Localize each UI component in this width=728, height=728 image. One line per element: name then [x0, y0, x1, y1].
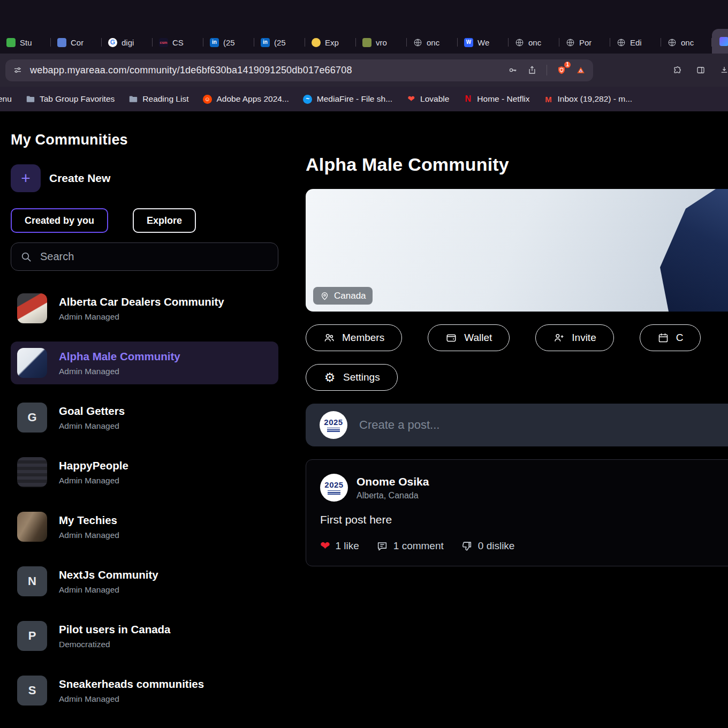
bookmark-item[interactable]: Reading List	[128, 94, 188, 104]
browser-tab[interactable]: vro	[356, 31, 407, 54]
share-icon[interactable]	[527, 65, 537, 75]
browser-tab[interactable]: in(25	[254, 31, 305, 54]
search-input[interactable]	[40, 251, 269, 263]
community-list-item[interactable]: Alpha Male CommunityAdmin Managed	[11, 342, 278, 384]
browser-chrome: StuCorGdigicsmCSin(25in(25ExpvrooncWWeon…	[0, 0, 728, 111]
settings-button[interactable]: ⚙ Settings	[306, 364, 398, 391]
community-managed-label: Admin Managed	[59, 585, 158, 595]
post-composer[interactable]: 2025	[306, 404, 728, 446]
search-icon	[20, 251, 33, 263]
community-list-item[interactable]: NNextJs CommunityAdmin Managed	[11, 560, 278, 603]
studocu-icon	[6, 38, 16, 47]
community-list-item[interactable]: PPilot users in CanadaDemocratized	[11, 615, 278, 657]
community-avatar: N	[17, 566, 47, 596]
like-count: 1 like	[335, 540, 359, 552]
bookmark-label: MediaFire - File sh...	[317, 94, 392, 104]
tab-label: Cor	[71, 38, 84, 47]
community-name: NextJs Community	[59, 568, 158, 581]
bookmark-item[interactable]: MInbox (19,282) - m...	[544, 94, 633, 104]
folder-icon	[26, 94, 35, 104]
browser-tab[interactable]: WWe	[458, 31, 509, 54]
brave-rewards-icon[interactable]	[576, 65, 586, 75]
avatar-stripes	[327, 428, 340, 432]
bookmark-item[interactable]: Tab Group Favorites	[26, 94, 115, 104]
community-logo-avatar: 2025	[320, 411, 347, 439]
globe-icon	[413, 38, 422, 47]
lovable-heart-icon: ❤	[406, 94, 416, 104]
browser-tab[interactable]: in(25	[203, 31, 254, 54]
passwords-key-icon[interactable]	[508, 65, 518, 75]
tab-label: Stu	[20, 38, 32, 47]
browser-tab[interactable]: Stu	[0, 31, 51, 54]
community-avatar	[17, 457, 47, 487]
browser-tab[interactable]: Cor	[51, 31, 102, 54]
site-controls-icon[interactable]	[13, 65, 22, 75]
netflix-icon: N	[463, 94, 473, 104]
calendar-button[interactable]: C	[640, 324, 701, 351]
comment-action[interactable]: 1 comment	[376, 540, 444, 552]
globe-icon	[515, 38, 524, 47]
search-box	[11, 242, 278, 271]
browser-tab[interactable]: csmCS	[153, 31, 203, 54]
browser-tab[interactable]: Gdigi	[102, 31, 153, 54]
post-card: 2025 Onome Osika Alberta, Canada First p…	[306, 459, 728, 566]
heart-icon: ❤	[320, 540, 330, 552]
post-actions: ❤ 1 like 1 comment 0 dislike	[320, 540, 728, 552]
downloads-icon[interactable]	[719, 65, 728, 75]
community-name: Alpha Male Community	[59, 350, 180, 363]
community-list-item[interactable]: Alberta Car Dealers CommunityAdmin Manag…	[11, 287, 278, 330]
community-managed-label: Admin Managed	[59, 367, 180, 376]
action-label: Wallet	[464, 332, 492, 344]
browser-tab[interactable]: onc	[661, 31, 712, 54]
community-avatar: P	[17, 621, 47, 651]
mediafire-icon: ~	[303, 94, 313, 104]
sidebar-panel-icon[interactable]	[696, 65, 706, 75]
address-bar[interactable]: webapp.myareaa.com/community/1de6bf630ba…	[5, 59, 593, 81]
filter-created-by-you[interactable]: Created by you	[11, 208, 108, 233]
community-list-item[interactable]: SSneakerheads communitiesAdmin Managed	[11, 669, 278, 712]
bookmark-label: Home - Netflix	[477, 94, 529, 104]
community-avatar	[17, 293, 47, 323]
bookmark-item[interactable]: ~MediaFire - File sh...	[303, 94, 392, 104]
url-text: webapp.myareaa.com/community/1de6bf630ba…	[30, 65, 352, 76]
bookmark-item[interactable]: NHome - Netflix	[463, 94, 529, 104]
bookmark-label: Inbox (19,282) - m...	[558, 94, 633, 104]
members-button[interactable]: Members	[306, 324, 402, 351]
community-managed-label: Democratized	[59, 640, 170, 649]
browser-tab[interactable]: Edi	[610, 31, 661, 54]
create-new-label: Create New	[49, 172, 110, 185]
wallet-button[interactable]: Wallet	[428, 324, 510, 351]
community-list-item[interactable]: My TechiesAdmin Managed	[11, 505, 278, 548]
invite-icon	[553, 332, 565, 344]
community-managed-label: Admin Managed	[59, 421, 125, 431]
dislike-icon	[461, 540, 473, 552]
community-list-item[interactable]: HappyPeopleAdmin Managed	[11, 451, 278, 494]
create-new-button[interactable]: +	[11, 164, 41, 192]
dislike-action[interactable]: 0 dislike	[461, 540, 515, 552]
filter-explore[interactable]: Explore	[133, 208, 196, 233]
browser-tab[interactable]	[712, 29, 728, 54]
post-composer-input[interactable]	[359, 418, 728, 432]
community-title: Alpha Male Community	[306, 154, 728, 175]
linkedin-icon: in	[210, 38, 219, 47]
browser-tab[interactable]: onc	[509, 31, 559, 54]
community-list-item[interactable]: GGoal GettersAdmin Managed	[11, 396, 278, 439]
bookmark-item[interactable]: enu	[0, 94, 12, 104]
community-name: My Techies	[59, 514, 119, 527]
dislike-count: 0 dislike	[478, 540, 515, 552]
tab-label: Por	[579, 38, 592, 47]
brave-shield-icon[interactable]: 1	[557, 65, 566, 75]
invite-button[interactable]: Invite	[535, 324, 613, 351]
bookmark-item[interactable]: ❤Lovable	[406, 94, 449, 104]
browser-tab[interactable]: Por	[559, 31, 610, 54]
extensions-puzzle-icon[interactable]	[672, 65, 682, 75]
browser-tab[interactable]: onc	[407, 31, 458, 54]
community-managed-label: Admin Managed	[59, 476, 128, 486]
like-action[interactable]: ❤ 1 like	[320, 540, 359, 552]
filter-tabs: Created by you Explore	[11, 208, 278, 233]
tab-label: onc	[528, 38, 541, 47]
toolbar-icons	[672, 65, 728, 75]
action-label: C	[676, 332, 684, 344]
browser-tab[interactable]: Exp	[305, 31, 356, 54]
bookmark-item[interactable]: ☺Adobe Apps 2024...	[202, 94, 289, 104]
